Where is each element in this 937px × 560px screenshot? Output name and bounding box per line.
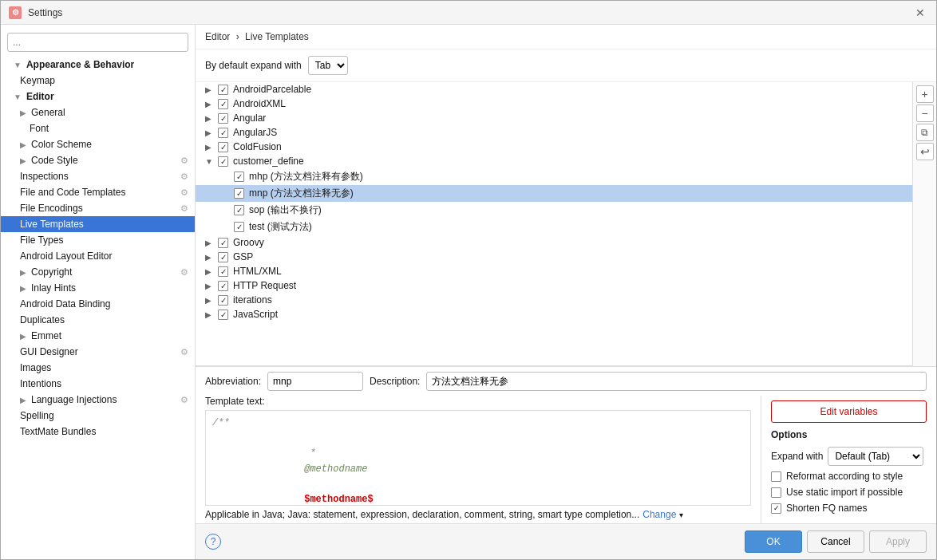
sidebar-item-images[interactable]: Images: [1, 360, 195, 376]
restore-button[interactable]: ↩: [916, 143, 934, 160]
ok-button[interactable]: OK: [745, 530, 802, 553]
expand-tri: ▶: [205, 267, 215, 276]
tree-item-sop[interactable]: sop (输出不换行): [196, 202, 912, 219]
group-checkbox[interactable]: [218, 113, 228, 124]
expand-with-select[interactable]: Default (Tab): [828, 447, 923, 466]
item-label: mhp (方法文档注释有参数): [249, 170, 363, 183]
tree-group-android-xml[interactable]: ▶ AndroidXML: [196, 97, 912, 111]
close-button[interactable]: ✕: [912, 5, 928, 21]
group-checkbox[interactable]: [218, 310, 228, 320]
tree-group-http-request[interactable]: ▶ HTTP Request: [196, 278, 912, 293]
group-checkbox[interactable]: [218, 128, 228, 138]
add-button[interactable]: +: [916, 85, 934, 103]
tree-item-test[interactable]: test (测试方法): [196, 219, 912, 235]
sidebar-item-label: Language Injections: [31, 394, 117, 405]
sidebar-item-spelling[interactable]: Spelling: [1, 408, 195, 424]
sidebar-item-copyright[interactable]: ▶ Copyright ⚙: [1, 264, 195, 280]
group-checkbox[interactable]: [218, 266, 228, 277]
group-checkbox[interactable]: [218, 156, 228, 167]
sidebar-item-file-encodings[interactable]: File Encodings ⚙: [1, 200, 195, 216]
shorten-fq-checkbox[interactable]: [771, 503, 781, 514]
item-checkbox[interactable]: [234, 205, 244, 215]
expand-arrow: ▼: [14, 61, 22, 69]
code-line-1: /**: [212, 416, 744, 431]
item-checkbox[interactable]: [234, 222, 244, 232]
apply-button[interactable]: Apply: [869, 530, 927, 553]
expand-tri: ▶: [205, 114, 215, 123]
sidebar-item-emmet[interactable]: ▶ Emmet: [1, 328, 195, 344]
tree-group-gsp[interactable]: ▶ GSP: [196, 250, 912, 264]
code-line-2: * @methodname $methodname$: [212, 431, 744, 506]
sidebar-item-label: Copyright: [31, 266, 72, 278]
templates-list: ▶ AndroidParcelable ▶ AndroidXML ▶: [196, 82, 912, 366]
sidebar-item-general[interactable]: ▶ General: [1, 105, 195, 120]
sidebar-item-color-scheme[interactable]: ▶ Color Scheme: [1, 136, 195, 152]
group-checkbox[interactable]: [218, 142, 228, 152]
gear-icon: ⚙: [180, 187, 188, 198]
side-buttons-panel: + − ⧉ ↩: [912, 82, 936, 366]
tree-group-html-xml[interactable]: ▶ HTML/XML: [196, 264, 912, 278]
sidebar-item-duplicates[interactable]: Duplicates: [1, 312, 195, 328]
group-checkbox[interactable]: [218, 238, 228, 248]
sidebar-item-keymap[interactable]: Keymap: [1, 73, 195, 89]
tree-group-angularjs[interactable]: ▶ AngularJS: [196, 125, 912, 140]
group-checkbox[interactable]: [218, 281, 228, 291]
expand-select[interactable]: Tab: [308, 56, 348, 75]
sidebar-item-inlay-hints[interactable]: ▶ Inlay Hints: [1, 280, 195, 296]
copy-button[interactable]: ⧉: [916, 124, 934, 141]
group-checkbox[interactable]: [218, 99, 228, 109]
sidebar-item-file-code-templates[interactable]: File and Code Templates ⚙: [1, 184, 195, 200]
sidebar-item-intentions[interactable]: Intentions: [1, 376, 195, 392]
sidebar-item-font[interactable]: Font: [1, 120, 195, 136]
group-checkbox[interactable]: [218, 85, 228, 95]
sidebar-item-appearance[interactable]: ▼ Appearance & Behavior: [1, 57, 195, 73]
sidebar-search-input[interactable]: [7, 33, 188, 52]
sidebar-item-android-layout[interactable]: Android Layout Editor: [1, 248, 195, 264]
edit-variables-button[interactable]: Edit variables: [771, 400, 927, 423]
item-label: mnp (方法文档注释无参): [249, 187, 354, 200]
help-button[interactable]: ?: [205, 534, 221, 550]
group-label: Groovy: [233, 237, 264, 248]
change-link[interactable]: Change: [642, 509, 676, 520]
sidebar-item-inspections[interactable]: Inspections ⚙: [1, 168, 195, 184]
static-import-checkbox[interactable]: [771, 487, 781, 498]
tree-group-javascript[interactable]: ▶ JavaScript: [196, 307, 912, 321]
tree-group-iterations[interactable]: ▶ iterations: [196, 293, 912, 307]
sidebar-item-gui-designer[interactable]: GUI Designer ⚙: [1, 344, 195, 360]
breadcrumb: Editor › Live Templates: [196, 25, 936, 49]
expand-arrow: ▶: [20, 156, 26, 165]
abbreviation-input[interactable]: [267, 372, 363, 391]
tree-item-mnp[interactable]: mnp (方法文档注释无参): [196, 185, 912, 202]
tree-item-mhp[interactable]: mhp (方法文档注释有参数): [196, 168, 912, 185]
sidebar-item-code-style[interactable]: ▶ Code Style ⚙: [1, 152, 195, 168]
group-checkbox[interactable]: [218, 295, 228, 306]
tree-group-android-parcelable[interactable]: ▶ AndroidParcelable: [196, 82, 912, 97]
remove-button[interactable]: −: [916, 105, 934, 122]
sidebar-item-label: File Types: [20, 235, 63, 246]
tree-group-groovy[interactable]: ▶ Groovy: [196, 235, 912, 250]
tree-group-angular[interactable]: ▶ Angular: [196, 111, 912, 125]
group-label: JavaScript: [233, 309, 278, 320]
sidebar-item-android-data-binding[interactable]: Android Data Binding: [1, 296, 195, 312]
item-checkbox[interactable]: [234, 172, 244, 182]
sidebar-search-container: [1, 28, 195, 57]
sidebar-item-file-types[interactable]: File Types: [1, 232, 195, 248]
tree-group-coldfusion[interactable]: ▶ ColdFusion: [196, 140, 912, 154]
template-text-content[interactable]: /** * @methodname $methodname$ * @date: [205, 410, 751, 506]
sidebar-item-language-injections[interactable]: ▶ Language Injections ⚙: [1, 392, 195, 408]
cancel-button[interactable]: Cancel: [807, 530, 864, 553]
sidebar-item-textmate[interactable]: TextMate Bundles: [1, 424, 195, 440]
gear-icon: ⚙: [180, 203, 188, 214]
sidebar-item-live-templates[interactable]: Live Templates: [1, 216, 195, 232]
expand-tri: ▶: [205, 239, 215, 247]
group-checkbox[interactable]: [218, 252, 228, 262]
group-label: iterations: [233, 294, 272, 306]
sidebar-item-editor[interactable]: ▼ Editor: [1, 89, 195, 105]
window-title: Settings: [28, 7, 62, 18]
description-input[interactable]: [426, 372, 927, 391]
app-icon: ⚙: [9, 6, 22, 19]
sidebar-item-label: File Encodings: [20, 203, 83, 214]
tree-group-customer-define[interactable]: ▼ customer_define: [196, 154, 912, 168]
reformat-checkbox[interactable]: [771, 471, 781, 482]
item-checkbox[interactable]: [234, 188, 244, 199]
